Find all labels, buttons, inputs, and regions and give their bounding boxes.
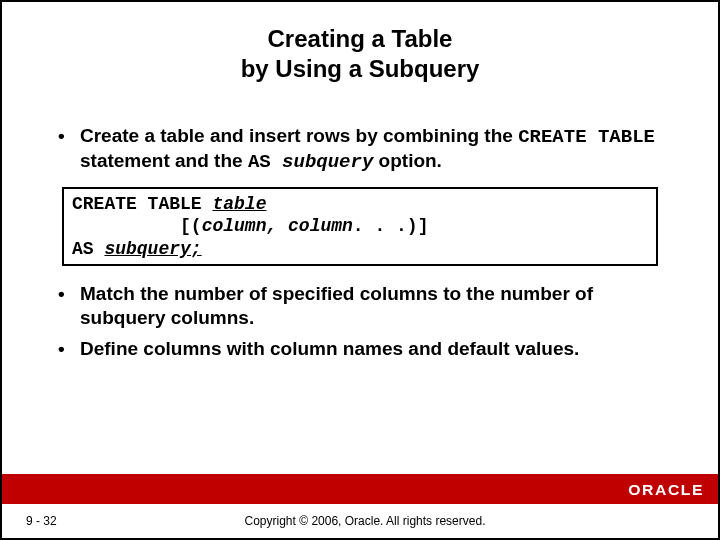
code-l2b: column, column — [202, 216, 353, 236]
bullet-1-text-b: statement and the — [80, 150, 248, 171]
slide-title: Creating a Table by Using a Subquery — [2, 2, 718, 94]
slide-body: Create a table and insert rows by combin… — [2, 94, 718, 361]
code-l2c: . . .)] — [353, 216, 429, 236]
title-line-2: by Using a Subquery — [42, 54, 678, 84]
bullet-list-bottom: Match the number of specified columns to… — [52, 282, 668, 361]
footer-red-bar: ORACLE — [2, 474, 718, 504]
syntax-code-box: CREATE TABLE table [(column, column. . .… — [62, 187, 658, 267]
bullet-list-top: Create a table and insert rows by combin… — [52, 124, 668, 175]
footer-row: 9 - 32 Copyright © 2006, Oracle. All rig… — [2, 504, 718, 538]
footer: ORACLE 9 - 32 Copyright © 2006, Oracle. … — [2, 474, 718, 538]
oracle-logo: ORACLE — [628, 481, 704, 498]
bullet-1-text-c: option. — [373, 150, 442, 171]
bullet-1: Create a table and insert rows by combin… — [52, 124, 668, 175]
bullet-1-code-1: CREATE TABLE — [518, 126, 655, 148]
slide: Creating a Table by Using a Subquery Cre… — [0, 0, 720, 540]
page-number: 9 - 32 — [26, 514, 166, 528]
bullet-1-text-a: Create a table and insert rows by combin… — [80, 125, 518, 146]
code-l3b: subquery; — [104, 239, 201, 259]
code-l3a: AS — [72, 239, 104, 259]
bullet-2: Match the number of specified columns to… — [52, 282, 668, 331]
code-l1b: table — [212, 194, 266, 214]
bullet-3: Define columns with column names and def… — [52, 337, 668, 361]
code-l2a: [( — [72, 216, 202, 236]
bullet-1-code-2: AS — [248, 151, 282, 173]
code-l1a: CREATE TABLE — [72, 194, 212, 214]
bullet-1-code-3: subquery — [282, 151, 373, 173]
title-line-1: Creating a Table — [42, 24, 678, 54]
copyright: Copyright © 2006, Oracle. All rights res… — [166, 514, 564, 528]
